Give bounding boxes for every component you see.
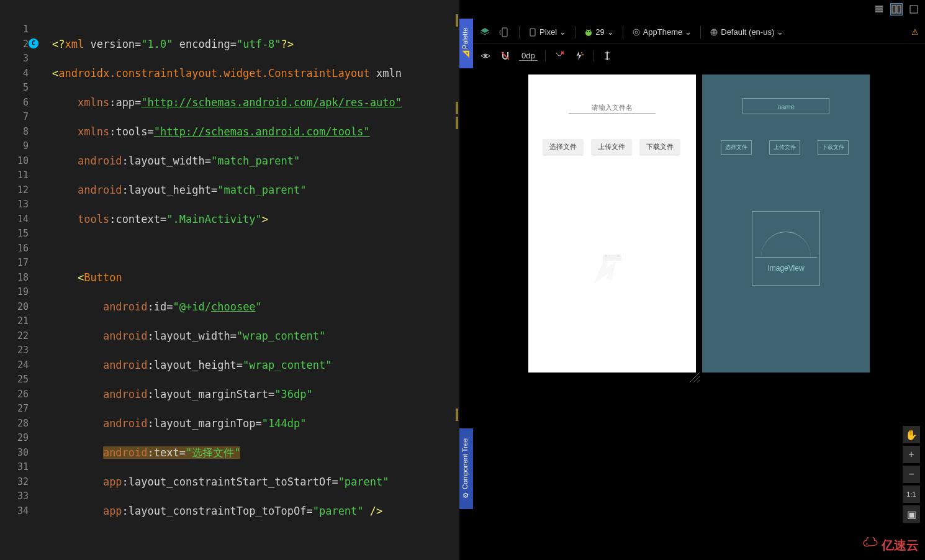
code-content[interactable]: <?xml version="1.0" encoding="utf-8"?> <… <box>40 0 459 560</box>
line-number-gutter: 1 2C 3 4 5 6 7 8 9 10 11 12 13 14 15 16 … <box>0 0 40 560</box>
choose-file-button[interactable]: 选择文件 <box>543 139 583 155</box>
line-num: 10 <box>0 154 29 169</box>
theme-selector[interactable]: AppTheme ⌄ <box>632 27 692 37</box>
choose-file-button-blueprint[interactable]: 选择文件 <box>721 140 752 155</box>
line-num: 12 <box>0 183 29 198</box>
warning-icon[interactable]: ⚠ <box>911 27 919 37</box>
svg-rect-0 <box>892 6 896 13</box>
api-selector[interactable]: 29 ⌄ <box>584 27 613 37</box>
svg-point-10 <box>633 29 639 35</box>
orientation-selector[interactable] <box>499 27 510 38</box>
guidelines-icon[interactable] <box>601 50 613 62</box>
line-num: 8 <box>0 125 29 140</box>
imageview-placeholder[interactable]: ImageView <box>752 211 820 286</box>
line-num: 2C <box>0 37 29 52</box>
android-placeholder-icon <box>590 242 634 286</box>
change-badge-icon: C <box>29 38 38 48</box>
pan-tool-button[interactable]: ✋ <box>903 426 920 443</box>
device-selector[interactable]: Pixel ⌄ <box>528 27 566 37</box>
chevron-down-icon: ⌄ <box>607 27 614 37</box>
line-num: 1 <box>0 22 29 37</box>
svg-text:∞: ∞ <box>865 542 868 546</box>
svg-point-23 <box>605 255 607 257</box>
line-num: 4 <box>0 66 29 81</box>
line-num: 28 <box>0 417 29 431</box>
resize-handle[interactable] <box>688 371 701 384</box>
clear-constraints-icon[interactable] <box>553 50 566 62</box>
line-num: 13 <box>0 197 29 212</box>
svg-point-5 <box>585 30 592 36</box>
design-action-toolbar: 0dp <box>473 46 925 66</box>
line-num: 26 <box>0 387 29 402</box>
svg-rect-3 <box>502 28 507 37</box>
upload-file-button[interactable]: 上传文件 <box>592 139 631 155</box>
magnet-icon[interactable] <box>499 50 512 62</box>
filename-input[interactable] <box>569 102 656 114</box>
line-num: 9 <box>0 139 29 154</box>
palette-tab[interactable]: 📐 Palette <box>459 19 473 68</box>
watermark: ∞亿速云 <box>862 537 919 554</box>
line-num: 22 <box>0 329 29 344</box>
line-num: 31 <box>0 460 29 475</box>
svg-rect-4 <box>530 29 535 36</box>
line-num: 16 <box>0 242 29 256</box>
line-num: 32 <box>0 475 29 490</box>
change-marker <box>456 14 458 27</box>
svg-point-7 <box>589 31 590 32</box>
upload-file-button-blueprint[interactable]: 上传文件 <box>769 140 800 155</box>
surface-selector[interactable] <box>479 27 490 38</box>
layout-preview-pane: Pixel ⌄ 29 ⌄ AppTheme ⌄ Default (en-us) … <box>473 0 925 560</box>
svg-line-27 <box>697 380 700 382</box>
line-num: 30 <box>0 446 29 461</box>
svg-line-9 <box>590 29 590 30</box>
line-num: 24 <box>0 358 29 373</box>
device-design-view[interactable]: 选择文件 上传文件 下载文件 <box>528 75 696 373</box>
svg-point-18 <box>582 54 584 55</box>
view-mode-toolbar <box>868 0 925 19</box>
svg-line-8 <box>587 29 587 30</box>
zoom-out-button[interactable]: − <box>903 466 920 483</box>
zoom-fit-button[interactable]: ▣ <box>903 505 920 523</box>
component-tree-tab[interactable]: ⚙ Component Tree <box>459 428 473 509</box>
infer-constraints-icon[interactable] <box>573 50 585 62</box>
chevron-down-icon: ⌄ <box>685 27 692 37</box>
code-editor-pane: 1 2C 3 4 5 6 7 8 9 10 11 12 13 14 15 16 … <box>0 0 459 560</box>
line-num: 34 <box>0 504 29 519</box>
line-num: 17 <box>0 256 29 271</box>
svg-rect-2 <box>910 6 918 13</box>
line-num: 25 <box>0 373 29 387</box>
zoom-controls: ✋ + − 1:1 ▣ <box>903 426 920 523</box>
line-num: 7 <box>0 110 29 125</box>
change-marker <box>456 117 458 129</box>
change-marker <box>456 409 458 421</box>
split-view-icon[interactable] <box>890 3 903 16</box>
code-view-icon[interactable] <box>873 3 885 16</box>
zoom-in-button[interactable]: + <box>903 446 920 463</box>
download-file-button-blueprint[interactable]: 下载文件 <box>818 140 849 155</box>
design-view-icon[interactable] <box>908 3 920 16</box>
eye-icon[interactable] <box>479 50 492 62</box>
chevron-down-icon: ⌄ <box>777 27 783 37</box>
cloud-logo-icon: ∞ <box>862 537 882 549</box>
svg-rect-1 <box>897 6 901 13</box>
line-num: 19 <box>0 285 29 300</box>
svg-point-24 <box>617 255 620 257</box>
zoom-reset-button[interactable]: 1:1 <box>903 485 920 503</box>
svg-point-11 <box>635 31 638 34</box>
download-file-button[interactable]: 下载文件 <box>640 139 680 155</box>
default-margin-input[interactable]: 0dp <box>519 51 538 61</box>
line-num: 29 <box>0 431 29 446</box>
line-num: 27 <box>0 402 29 417</box>
line-num: 20 <box>0 300 29 315</box>
line-num: 6 <box>0 96 29 111</box>
line-num: 11 <box>0 168 29 183</box>
filename-input-blueprint[interactable]: name <box>742 98 829 114</box>
locale-selector[interactable]: Default (en-us) ⌄ <box>710 27 783 37</box>
device-blueprint-view[interactable]: name 选择文件 上传文件 下载文件 ImageView <box>702 75 870 373</box>
line-num: 5 <box>0 81 29 96</box>
svg-point-17 <box>581 52 582 53</box>
line-num: 14 <box>0 212 29 227</box>
chevron-down-icon: ⌄ <box>559 27 566 37</box>
device-canvas[interactable]: 选择文件 上传文件 下载文件 name 选择文件 上传文件 下载文件 Image… <box>504 75 894 529</box>
mountain-icon <box>755 220 817 258</box>
